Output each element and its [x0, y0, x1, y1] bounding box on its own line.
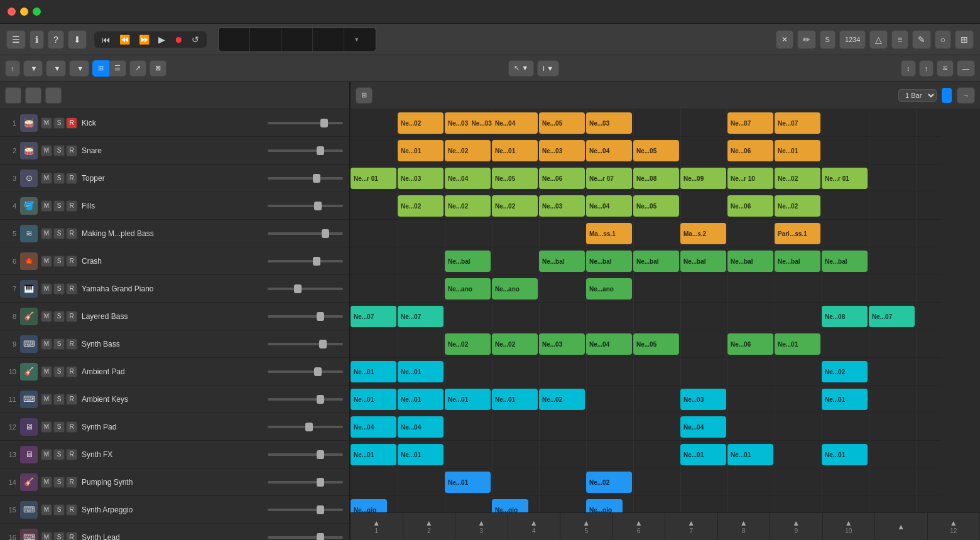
region[interactable]: Ne...02 — [398, 195, 444, 217]
export-button[interactable]: ⬇ — [68, 30, 87, 49]
record-arm-button[interactable]: R — [66, 338, 77, 350]
mute-button[interactable]: M — [41, 477, 52, 488]
region[interactable]: Ne...02 — [492, 195, 538, 217]
mute-button[interactable]: M — [41, 338, 52, 350]
region[interactable]: Ne...bal — [727, 251, 773, 272]
region[interactable]: Ne...gio — [492, 499, 528, 512]
height-tool[interactable]: ↕ — [901, 60, 916, 77]
record-arm-button[interactable]: R — [66, 256, 77, 267]
functions-menu[interactable]: ▼ — [46, 60, 66, 77]
record-arm-button[interactable]: R — [66, 283, 77, 294]
region[interactable]: Ne...01 — [822, 389, 868, 410]
arrangement-row[interactable]: Ne...balNe...balNe...balNe...balNe...bal… — [351, 247, 941, 275]
play-button[interactable]: ▶ — [155, 33, 169, 46]
region[interactable]: Ne...05 — [539, 112, 585, 134]
close-button[interactable] — [8, 8, 16, 16]
track-fader[interactable] — [268, 370, 343, 373]
arrangement-row[interactable]: Ne...01Ne...01Ne...01Ne...01Ne...02Ne...… — [351, 386, 941, 413]
mute-button[interactable]: M — [41, 117, 52, 129]
edit-menu[interactable]: ▼ — [23, 60, 43, 77]
cross-tool[interactable]: ⊠ — [150, 60, 166, 77]
track-fader[interactable] — [268, 481, 343, 483]
track-row[interactable]: 6 🍁 M S R Crash — [0, 247, 349, 275]
solo-button[interactable]: S — [53, 228, 65, 239]
track-fader[interactable] — [268, 536, 343, 539]
solo-button[interactable]: S — [53, 200, 65, 212]
region[interactable]: Ne...01 — [398, 389, 444, 410]
region[interactable]: Ne...01 — [492, 389, 538, 410]
arrangement-row[interactable]: Ne...r 01Ne...03Ne...04Ne...05Ne...06Ne.… — [351, 165, 941, 192]
region[interactable]: Ne...09 — [680, 168, 726, 189]
mute-button[interactable]: M — [41, 256, 52, 267]
solo-button[interactable]: S — [53, 449, 65, 460]
region[interactable]: Ne...04 — [680, 416, 726, 438]
mute-button[interactable]: M — [41, 228, 52, 239]
track-fader[interactable] — [268, 398, 343, 401]
track-fader[interactable] — [268, 177, 343, 180]
region[interactable]: Ne...03 — [586, 112, 632, 134]
region[interactable]: Ne...06 — [539, 168, 585, 189]
region[interactable]: Ne...ano — [445, 278, 491, 300]
numpad-button[interactable]: 1234 — [839, 30, 866, 49]
track-row[interactable]: 5 ≋ M S R Making M...pled Bass — [0, 220, 349, 247]
region[interactable]: Ne...01 — [680, 444, 726, 465]
mute-button[interactable]: M — [41, 394, 52, 405]
tempo-display[interactable] — [281, 28, 313, 51]
solo-button[interactable]: S — [53, 532, 65, 541]
arrangement-row[interactable]: Ma...ss.1Ma...s.2Pari...ss.1 — [351, 220, 941, 247]
up-tool[interactable]: ↑ — [919, 60, 934, 77]
region[interactable]: Ne...bal — [775, 251, 820, 272]
region[interactable]: Ne...02 — [445, 333, 491, 355]
region[interactable]: Ne...02 — [445, 140, 491, 161]
fullscreen-button[interactable] — [33, 8, 41, 16]
region[interactable]: Ne...02 — [539, 389, 585, 410]
smart-button[interactable]: ✕ — [776, 30, 793, 49]
record-arm-button[interactable]: R — [66, 228, 77, 239]
region[interactable]: Ne...01 — [492, 140, 538, 161]
region[interactable]: Ne...07 — [775, 112, 820, 134]
track-fader[interactable] — [268, 149, 343, 152]
region[interactable]: Ne...01 — [351, 361, 396, 382]
region[interactable]: Ne...01 — [445, 389, 491, 410]
solo-all-button[interactable] — [45, 87, 62, 104]
track-row[interactable]: 8 🎸 M S R Layered Bass — [0, 303, 349, 330]
track-fader[interactable] — [268, 509, 343, 511]
track-row[interactable]: 2 🥁 M S R Snare — [0, 137, 349, 165]
region[interactable]: Ne...04 — [351, 416, 396, 438]
region[interactable]: Ne...r 07 — [586, 168, 632, 189]
solo-button[interactable]: S — [53, 477, 65, 488]
track-row[interactable]: 11 ⌨ M S R Ambient Keys — [0, 386, 349, 413]
region[interactable]: Ne...08 — [822, 306, 868, 327]
record-arm-button[interactable]: R — [66, 532, 77, 541]
record-arm-button[interactable]: R — [66, 504, 77, 516]
region[interactable]: Ne...02 — [492, 333, 538, 355]
solo-button[interactable]: S — [53, 338, 65, 350]
info-button[interactable]: ℹ — [30, 30, 44, 49]
region[interactable]: Ne...bal — [586, 251, 632, 272]
mute-button[interactable]: M — [41, 145, 52, 156]
solo-button[interactable]: S — [53, 117, 65, 129]
region[interactable]: Ne...06 — [727, 140, 773, 161]
help-button[interactable]: ? — [48, 30, 64, 49]
list-button[interactable]: ≡ — [891, 30, 908, 49]
solo-button[interactable]: S — [53, 283, 65, 294]
record-arm-button[interactable]: R — [66, 449, 77, 460]
solo-button[interactable]: S — [53, 145, 65, 156]
region[interactable]: Ne...01 — [727, 444, 773, 465]
track-fader[interactable] — [268, 288, 343, 290]
region[interactable]: Ne...02 — [822, 361, 868, 382]
minus-tool[interactable]: — — [957, 60, 975, 77]
region[interactable]: Ne...01 — [398, 444, 444, 465]
record-arm-button[interactable]: R — [66, 173, 77, 184]
region[interactable]: Ne...04 — [586, 195, 632, 217]
add-track-button[interactable] — [5, 87, 21, 104]
region[interactable]: Ne...01 — [445, 472, 491, 493]
track-row[interactable]: 9 ⌨ M S R Synth Bass — [0, 330, 349, 358]
region[interactable]: Ne...03 — [680, 389, 726, 410]
region[interactable]: Ne...08 — [633, 168, 679, 189]
search-button[interactable]: ○ — [935, 30, 951, 49]
region[interactable]: Ne...05 — [633, 333, 679, 355]
view-menu[interactable]: ▼ — [69, 60, 89, 77]
region[interactable]: Ma...ss.1 — [586, 223, 632, 244]
region[interactable]: Ne...04 — [398, 416, 444, 438]
